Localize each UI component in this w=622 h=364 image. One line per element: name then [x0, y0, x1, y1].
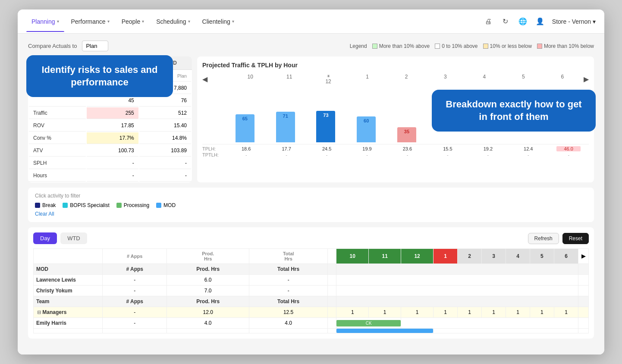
- print-icon[interactable]: 🖨: [483, 16, 493, 27]
- hour-label: 10: [237, 74, 263, 85]
- compare-label: Compare Actuals to: [28, 43, 77, 49]
- bar-group: 71: [273, 86, 298, 142]
- employee-name-lawrence[interactable]: Lawrence Lewis: [34, 275, 103, 286]
- section-prod: Prod. Hrs: [167, 296, 249, 307]
- apps-value: -: [103, 318, 167, 329]
- hour-col-2: 2: [458, 249, 482, 264]
- filter-break[interactable]: Break: [35, 202, 56, 208]
- tplh-value: 19.9: [355, 146, 379, 151]
- legend-below10: 10% or less below: [483, 43, 532, 49]
- tplh-value: 19.2: [476, 146, 500, 151]
- store-selector[interactable]: Store - Vernon ▾: [552, 18, 596, 25]
- tptlh-value: -: [234, 152, 258, 157]
- hour-label: 6: [550, 74, 575, 85]
- nav-scheduling[interactable]: Scheduling ▾: [151, 15, 195, 28]
- employee-name-emily[interactable]: Emily Harris: [34, 318, 103, 329]
- tptlh-value: -: [556, 152, 581, 157]
- filter-processing-label: Processing: [124, 202, 149, 208]
- main-content: Identify risks to sales and performance …: [18, 34, 604, 355]
- metric-name: ATV: [29, 145, 86, 157]
- chevron-down-icon: ▾: [107, 19, 110, 24]
- legend-row: Legend More than 10% above 0 to 10% abov…: [350, 43, 594, 49]
- section-mod: MOD # Apps Prod. Hrs Total Hrs: [34, 264, 589, 275]
- filter-mod[interactable]: MOD: [156, 202, 176, 208]
- chart-next-btn[interactable]: ▶: [584, 75, 589, 83]
- employee-name-christy[interactable]: Christy Yokum: [34, 286, 103, 296]
- hour-label: 3: [432, 74, 458, 85]
- filter-mod-label: MOD: [163, 202, 176, 208]
- table-row: [34, 329, 589, 333]
- group-name: ⊟ Managers: [34, 307, 103, 318]
- managers-h1: 1: [434, 307, 458, 318]
- table-row: Christy Yokum - 7.0 -: [34, 286, 589, 296]
- tplh-value: 17.7: [274, 146, 298, 151]
- nav-planning[interactable]: Planning ▾: [26, 15, 64, 28]
- store-label: Store - Vernon: [552, 18, 591, 25]
- metric-value: -: [87, 157, 138, 169]
- plan-value: -: [139, 170, 191, 182]
- hour-label: 4: [471, 74, 497, 85]
- sched-day-tab[interactable]: Day: [33, 232, 57, 244]
- break-dot: [35, 203, 40, 208]
- user-icon[interactable]: 👤: [535, 16, 545, 27]
- tptlh-value: -: [274, 152, 298, 157]
- chart-prev-btn[interactable]: ◀: [202, 75, 207, 83]
- hour-label: ☀12: [315, 74, 341, 85]
- next-col-btn[interactable]: ▶: [578, 249, 589, 264]
- schedule-table-container: # Apps Prod.Hrs TotalHrs 10 11 12 1 2 3 …: [33, 248, 589, 333]
- processing-dot: [116, 203, 122, 208]
- clear-all-button[interactable]: Clear All: [35, 211, 587, 217]
- bar: 71: [276, 112, 295, 142]
- bar: 35: [397, 127, 416, 142]
- reset-button[interactable]: Reset: [562, 233, 589, 244]
- tptlh-value: -: [355, 152, 379, 157]
- metric-value: 17.85: [87, 120, 138, 132]
- bar-group: 73: [314, 86, 338, 142]
- tooltip-right: Breakdown exactly how to get in front of…: [432, 90, 596, 132]
- refresh-button[interactable]: Refresh: [528, 233, 559, 244]
- filter-processing[interactable]: Processing: [116, 202, 149, 208]
- refresh-icon[interactable]: ↻: [500, 16, 511, 27]
- managers-total: 12.5: [249, 307, 327, 318]
- filter-bopis[interactable]: BOPIS Specialist: [63, 202, 109, 208]
- tplh-value: 23.6: [395, 146, 419, 151]
- managers-row: ⊟ Managers - 12.0 12.5 1 1 1 1 1 1: [34, 307, 589, 318]
- section-apps: # Apps: [103, 264, 167, 275]
- bar-group: 65: [233, 86, 257, 142]
- chart-title: Projected Traffic & TPLH by Hour: [202, 62, 589, 69]
- metric-value: 255: [87, 107, 138, 119]
- prod-hrs: 6.0: [167, 275, 249, 286]
- table-row: ROV 17.85 15.40: [29, 120, 191, 132]
- hour-col-4: 4: [506, 249, 530, 264]
- shift-bar: [336, 329, 433, 333]
- metric-name: Traffic: [29, 107, 86, 119]
- globe-icon[interactable]: 🌐: [518, 16, 528, 27]
- tplh-row: TPLH: 18.6 17.7 24.5 19.9 23.6 15.5 19.2…: [202, 144, 589, 151]
- chevron-down-icon: ▾: [57, 19, 59, 24]
- nav-performance[interactable]: Performance ▾: [66, 15, 115, 28]
- legend-above10-text: More than 10% above: [379, 43, 430, 49]
- nav-clienteling-label: Clienteling: [202, 18, 230, 25]
- hour-col-5: 5: [530, 249, 554, 264]
- chevron-down-icon: ▾: [188, 19, 190, 24]
- bopis-dot: [63, 203, 68, 208]
- compare-select[interactable]: Plan: [82, 41, 108, 51]
- chevron-down-icon: ▾: [232, 19, 234, 24]
- legend-box-below-more: [537, 44, 542, 49]
- sched-wtd-tab[interactable]: WTD: [60, 232, 87, 244]
- prod-hrs: 7.0: [167, 286, 249, 296]
- prod-hrs: 4.0: [167, 318, 249, 329]
- section-name: Team: [34, 296, 103, 307]
- legend-above0: 0 to 10% above: [435, 43, 477, 49]
- bar-group: 60: [354, 86, 378, 142]
- filter-bopis-label: BOPIS Specialist: [70, 202, 109, 208]
- plan-value: 103.89: [139, 145, 191, 157]
- nav-people[interactable]: People ▾: [116, 15, 150, 28]
- table-row: SPLH - -: [29, 157, 191, 169]
- nav-clienteling[interactable]: Clienteling ▾: [197, 15, 239, 28]
- metric-name: ROV: [29, 120, 86, 132]
- section-team: Team # Apps Prod. Hrs Total Hrs: [34, 296, 589, 307]
- col-total-hrs: TotalHrs: [249, 249, 327, 264]
- hour-col-6: 6: [554, 249, 578, 264]
- table-row: Traffic 255 512: [29, 107, 191, 119]
